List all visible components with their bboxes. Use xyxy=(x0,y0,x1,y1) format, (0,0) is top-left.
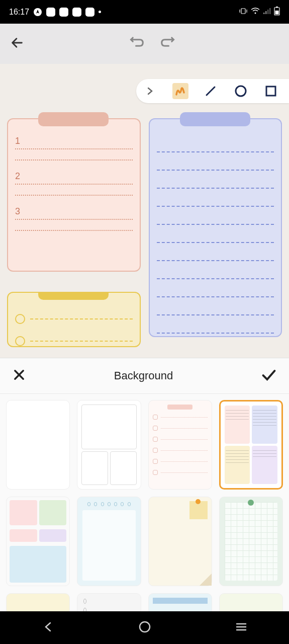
bg-option-colored-sections[interactable] xyxy=(219,400,283,490)
bg-option-spiral-notebook[interactable] xyxy=(77,497,141,586)
back-button[interactable] xyxy=(10,36,24,52)
line-number: 1 xyxy=(15,136,20,146)
confirm-button[interactable] xyxy=(261,368,277,384)
svg-rect-7 xyxy=(265,11,267,14)
compass-icon xyxy=(33,8,42,17)
svg-point-5 xyxy=(255,12,256,14)
signal-icon xyxy=(263,8,271,17)
status-bar: 16:17 xyxy=(0,0,289,24)
line-tool[interactable] xyxy=(203,83,219,99)
nav-recent-button[interactable] xyxy=(235,622,247,634)
svg-point-16 xyxy=(140,622,150,632)
bg-option-checklist[interactable] xyxy=(148,400,212,490)
redo-button[interactable] xyxy=(160,36,175,51)
bg-option-pastel-cards[interactable] xyxy=(6,497,70,586)
pink-numbered-card: 1 2 3 xyxy=(7,118,141,272)
app-icon xyxy=(72,8,81,17)
undo-button[interactable] xyxy=(130,36,145,51)
freehand-tool[interactable] xyxy=(172,83,188,99)
vibrate-icon xyxy=(239,8,248,17)
clock: 16:17 xyxy=(9,8,29,17)
app-toolbar xyxy=(0,24,289,64)
yellow-checklist-card xyxy=(7,292,141,347)
panel-title: Background xyxy=(114,369,173,382)
background-panel: Background xyxy=(0,358,289,611)
line-number: 3 xyxy=(15,206,20,217)
navigation-bar xyxy=(0,611,289,644)
bg-option-sticky-note[interactable] xyxy=(148,497,212,586)
nav-back-button[interactable] xyxy=(42,621,54,635)
line-number: 2 xyxy=(15,171,20,182)
close-button[interactable] xyxy=(12,368,26,384)
app-icon xyxy=(46,8,55,17)
bg-option-grid-paper[interactable] xyxy=(219,497,283,586)
canvas-area[interactable]: 1 2 3 xyxy=(0,64,289,358)
expand-tools-button[interactable] xyxy=(142,83,158,99)
circle-tool[interactable] xyxy=(233,83,249,99)
svg-rect-9 xyxy=(269,8,271,14)
svg-rect-2 xyxy=(241,9,245,14)
bg-option-frames[interactable] xyxy=(77,400,141,490)
app-icon xyxy=(59,8,68,17)
nav-home-button[interactable] xyxy=(138,620,151,635)
svg-line-13 xyxy=(207,87,215,95)
bg-option-blank[interactable] xyxy=(6,400,70,490)
svg-rect-8 xyxy=(267,10,269,14)
svg-rect-12 xyxy=(275,11,279,15)
svg-rect-6 xyxy=(263,13,265,14)
wifi-icon xyxy=(251,8,260,17)
background-grid xyxy=(0,394,289,621)
battery-icon xyxy=(274,7,280,18)
drawing-toolbar xyxy=(136,79,289,103)
app-icon xyxy=(85,8,94,17)
more-dot-icon xyxy=(99,11,101,13)
blue-lined-card xyxy=(149,118,282,337)
square-tool[interactable] xyxy=(263,83,279,99)
svg-rect-15 xyxy=(266,87,275,96)
svg-point-14 xyxy=(236,86,246,96)
